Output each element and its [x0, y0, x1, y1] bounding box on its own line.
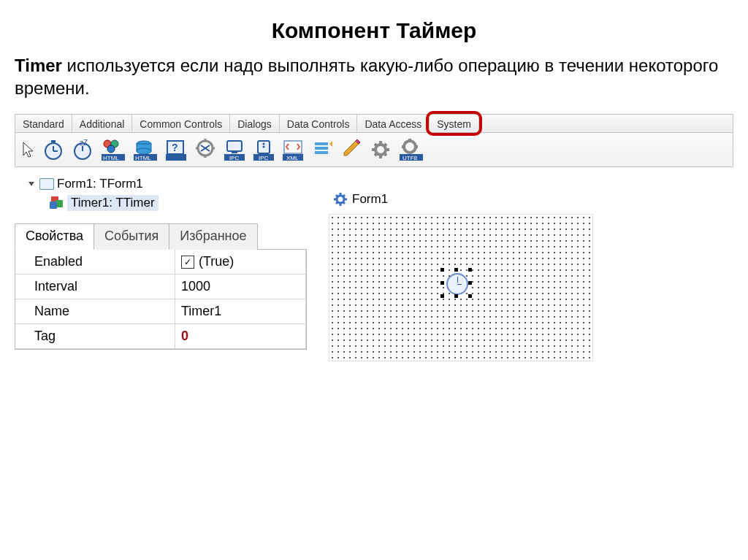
utf8-component-icon[interactable]: UTF8: [398, 137, 424, 162]
edit-component-icon[interactable]: [340, 137, 363, 162]
svg-rect-33: [315, 142, 328, 145]
settings-component-icon[interactable]: [369, 137, 392, 162]
html-db-component-icon[interactable]: HTML: [132, 137, 159, 162]
form-design-surface[interactable]: [329, 214, 593, 361]
tab-dialogs[interactable]: Dialogs: [230, 115, 280, 132]
svg-text:UTF8: UTF8: [402, 155, 418, 161]
svg-rect-19: [166, 154, 186, 161]
ipc-server-component-icon[interactable]: IPC: [252, 137, 275, 162]
svg-line-57: [343, 202, 345, 204]
tab-additional[interactable]: Additional: [72, 115, 133, 132]
property-value[interactable]: Timer1: [175, 299, 306, 324]
tree-node-form[interactable]: Form1: TForm1: [26, 174, 307, 193]
tab-properties[interactable]: Свойства: [15, 223, 94, 250]
slide-title: Компонент Таймер: [15, 18, 733, 43]
tab-ellipsis: [479, 115, 497, 132]
form-designer: Form1: [329, 189, 592, 361]
svg-rect-35: [315, 151, 328, 154]
tree-node-form-label: Form1: TForm1: [57, 177, 143, 191]
timer-component-icon[interactable]: [42, 137, 65, 162]
object-inspector-tabs: Свойства События Избранное: [15, 223, 307, 250]
svg-point-45: [404, 141, 416, 153]
svg-line-56: [336, 195, 337, 196]
component-palette-tabs: Standard Additional Common Controls Dial…: [15, 114, 733, 133]
ipc-client-component-icon[interactable]: IPC: [223, 137, 246, 162]
svg-text:IPC: IPC: [259, 155, 269, 161]
process-component-icon[interactable]: [194, 137, 217, 162]
svg-point-27: [263, 146, 265, 148]
svg-text:HTML: HTML: [103, 155, 119, 161]
form-icon: [39, 178, 54, 190]
svg-point-36: [375, 145, 386, 155]
svg-line-43: [384, 144, 386, 146]
property-name: Interval: [15, 275, 175, 299]
selection-handle[interactable]: [454, 294, 458, 298]
selection-handle[interactable]: [468, 281, 472, 285]
property-value[interactable]: 1000: [175, 275, 306, 299]
svg-rect-34: [315, 147, 328, 150]
form-designer-header: Form1: [329, 189, 592, 210]
tab-data-controls[interactable]: Data Controls: [280, 115, 358, 132]
tab-events[interactable]: События: [94, 223, 169, 250]
tab-favorites[interactable]: Избранное: [169, 223, 257, 250]
tree-node-timer-label: Timer1: TTimer: [67, 195, 159, 211]
selection-handle[interactable]: [440, 281, 444, 285]
selection-handle[interactable]: [440, 294, 444, 298]
selection-handle[interactable]: [468, 268, 472, 272]
tab-standard[interactable]: Standard: [15, 115, 72, 132]
svg-line-42: [384, 153, 386, 156]
svg-text:HTML: HTML: [135, 155, 151, 161]
tree-expander-icon[interactable]: [26, 179, 37, 189]
selection-handle[interactable]: [468, 294, 472, 298]
svg-line-41: [375, 144, 377, 146]
property-row-interval[interactable]: Interval 1000: [15, 275, 306, 299]
object-inspector-tree: Form1: TForm1 Timer1: TTimer: [26, 174, 307, 212]
property-name: Tag: [15, 324, 175, 349]
svg-line-59: [336, 202, 337, 204]
svg-line-44: [375, 153, 377, 156]
svg-point-51: [337, 196, 344, 203]
property-value[interactable]: ✓ (True): [175, 250, 306, 275]
property-row-enabled[interactable]: Enabled ✓ (True): [15, 250, 306, 275]
idle-timer-component-icon[interactable]: zZ: [71, 137, 94, 162]
component-icon: [50, 196, 64, 210]
svg-text:XML: XML: [286, 155, 299, 161]
selection-handle[interactable]: [454, 268, 458, 272]
component-palette-toolbar: zZ HTML HTML ? IPC IPC XML UTF8: [15, 133, 733, 167]
property-name: Name: [15, 299, 175, 324]
svg-point-9: [107, 145, 115, 153]
selection-handle[interactable]: [440, 268, 444, 272]
tab-system[interactable]: System: [430, 115, 479, 132]
tree-node-timer[interactable]: Timer1: TTimer: [26, 193, 307, 212]
svg-rect-1: [51, 140, 56, 142]
svg-rect-21: [227, 141, 242, 151]
gear-icon: [333, 192, 348, 207]
slide-description: Timer используется если надо выполнять к…: [15, 54, 733, 99]
actionlist-component-icon[interactable]: [310, 137, 334, 162]
property-grid: Enabled ✓ (True) Interval 1000 Name Time…: [15, 250, 307, 350]
svg-point-14: [137, 148, 151, 154]
cursor-tool-icon[interactable]: [20, 137, 36, 162]
timer-placed-icon[interactable]: [446, 273, 468, 295]
property-value[interactable]: 0: [175, 324, 306, 349]
property-row-tag[interactable]: Tag 0: [15, 324, 306, 349]
xml-component-icon[interactable]: XML: [281, 137, 305, 162]
property-row-name[interactable]: Name Timer1: [15, 299, 306, 324]
form-caption: Form1: [352, 192, 388, 207]
tab-common-controls[interactable]: Common Controls: [132, 115, 230, 132]
html-component-icon[interactable]: HTML: [100, 137, 126, 162]
svg-rect-22: [232, 151, 237, 153]
chm-help-component-icon[interactable]: ?: [164, 137, 188, 162]
svg-text:zZ: zZ: [80, 139, 88, 147]
svg-text:?: ?: [172, 142, 178, 153]
svg-point-26: [263, 143, 265, 145]
tab-data-access[interactable]: Data Access: [357, 115, 430, 132]
checkbox-icon[interactable]: ✓: [181, 256, 194, 269]
property-name: Enabled: [15, 250, 175, 275]
svg-line-58: [343, 195, 345, 196]
svg-text:IPC: IPC: [229, 155, 240, 161]
